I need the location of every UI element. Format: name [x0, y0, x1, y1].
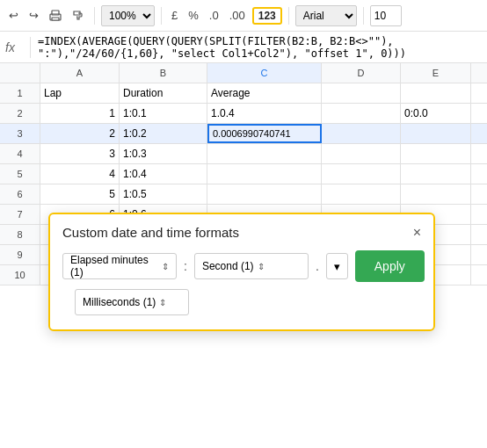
milliseconds-select[interactable]: Milliseconds (1) ⇕ — [75, 289, 189, 315]
currency-button[interactable]: £ — [168, 7, 181, 24]
decimal-down-button[interactable]: .0 — [206, 7, 222, 24]
cell-a3[interactable]: 2 — [40, 124, 120, 143]
cell-d4[interactable] — [322, 144, 401, 163]
elapsed-minutes-select[interactable]: Elapsed minutes (1) ⇕ — [62, 253, 177, 279]
font-select[interactable]: Arial — [295, 5, 357, 26]
table-row: 5 4 1:0.4 — [0, 164, 487, 184]
row-num: 6 — [0, 184, 40, 204]
zoom-select[interactable]: 100% — [101, 5, 155, 26]
row-num: 9 — [0, 245, 40, 264]
second-select[interactable]: Second (1) ⇕ — [194, 253, 309, 279]
format-dropdown-button[interactable]: ▾ — [326, 253, 348, 279]
dialog-title: Custom date and time formats — [62, 225, 239, 240]
print-button[interactable] — [46, 8, 65, 24]
elapsed-minutes-label: Elapsed minutes (1) — [70, 254, 158, 278]
undo-button[interactable]: ↩ — [5, 7, 22, 24]
fx-label: fx — [5, 40, 23, 54]
milliseconds-arrow: ⇕ — [159, 298, 166, 307]
elapsed-minutes-arrow: ⇕ — [162, 262, 169, 271]
cell-c6[interactable] — [207, 184, 322, 204]
cell-e5[interactable] — [401, 164, 471, 184]
row-num: 8 — [0, 225, 40, 244]
cell-a1[interactable]: Lap — [40, 83, 120, 103]
custom-date-time-dialog: Custom date and time formats × Elapsed m… — [48, 213, 435, 331]
cell-b6[interactable]: 1:0.5 — [120, 184, 207, 204]
col-header-e[interactable]: E — [401, 63, 471, 83]
cell-e6[interactable] — [401, 184, 471, 204]
spreadsheet: A B C D E 1 Lap Duration Average 2 1 1:0… — [0, 63, 487, 285]
col-header-a[interactable]: A — [40, 63, 120, 83]
apply-button[interactable]: Apply — [355, 250, 425, 282]
cell-a5[interactable]: 4 — [40, 164, 120, 184]
decimal-up-button[interactable]: .00 — [226, 7, 249, 24]
second-arrow: ⇕ — [258, 262, 265, 271]
font-size-input[interactable] — [370, 5, 402, 26]
cell-e2[interactable]: 0:0.0 — [401, 104, 471, 123]
cell-b3[interactable]: 1:0.2 — [120, 124, 207, 143]
cell-a2[interactable]: 1 — [40, 104, 120, 123]
dialog-header: Custom date and time formats × — [50, 214, 433, 247]
cell-b1[interactable]: Duration — [120, 83, 207, 103]
dialog-body: Elapsed minutes (1) ⇕ : Second (1) ⇕ . ▾… — [50, 247, 433, 315]
cell-a6[interactable]: 5 — [40, 184, 120, 204]
table-row: 3 2 1:0.2 0.0006990740741 — [0, 124, 487, 144]
row-num: 1 — [0, 83, 40, 103]
table-row: 1 Lap Duration Average — [0, 83, 487, 104]
cell-b2[interactable]: 1:0.1 — [120, 104, 207, 123]
divider4 — [363, 7, 364, 25]
row-num: 4 — [0, 144, 40, 163]
col-headers: A B C D E — [0, 63, 487, 83]
dialog-close-button[interactable]: × — [413, 226, 421, 240]
cell-e4[interactable] — [401, 144, 471, 163]
cell-d5[interactable] — [322, 164, 401, 184]
svg-rect-2 — [52, 18, 59, 20]
format-row-1: Elapsed minutes (1) ⇕ : Second (1) ⇕ . ▾… — [62, 250, 421, 282]
redo-button[interactable]: ↪ — [25, 7, 42, 24]
cell-e3[interactable] — [401, 124, 471, 143]
dropdown-arrow-icon: ▾ — [334, 260, 340, 273]
formula-bar: fx =INDEX(AVERAGE(QUERY(QUERY(SPLIT(FILT… — [0, 32, 487, 63]
corner-cell — [0, 63, 40, 83]
milliseconds-label: Milliseconds (1) — [83, 296, 156, 308]
cell-d1[interactable] — [322, 83, 401, 103]
table-row: 6 5 1:0.5 — [0, 184, 487, 205]
formula-divider — [30, 37, 31, 58]
col-header-d[interactable]: D — [322, 63, 401, 83]
cell-c5[interactable] — [207, 164, 322, 184]
divider3 — [288, 7, 289, 25]
cell-d6[interactable] — [322, 184, 401, 204]
percent-button[interactable]: % — [185, 7, 202, 24]
divider2 — [161, 7, 162, 25]
table-row: 4 3 1:0.3 — [0, 144, 487, 164]
divider1 — [94, 7, 95, 25]
cell-c1[interactable]: Average — [207, 83, 322, 103]
row-num: 2 — [0, 104, 40, 123]
cell-d3[interactable] — [322, 124, 401, 143]
second-label: Second (1) — [202, 260, 254, 272]
toolbar: ↩ ↪ 100% £ % .0 .00 123 Arial — [0, 0, 487, 32]
cell-a4[interactable]: 3 — [40, 144, 120, 163]
cell-c4[interactable] — [207, 144, 322, 163]
row-num: 5 — [0, 164, 40, 184]
row-num: 7 — [0, 205, 40, 224]
table-row: 2 1 1:0.1 1.0.4 0:0.0 — [0, 104, 487, 124]
cell-c2[interactable]: 1.0.4 — [207, 104, 322, 123]
format-row-2: Milliseconds (1) ⇕ — [62, 289, 421, 315]
cell-b4[interactable]: 1:0.3 — [120, 144, 207, 163]
col-header-c[interactable]: C — [207, 63, 322, 83]
formula-text: =INDEX(AVERAGE(QUERY(QUERY(SPLIT(FILTER(… — [38, 35, 482, 60]
format-number-button[interactable]: 123 — [252, 7, 282, 25]
row-num: 10 — [0, 265, 40, 285]
col-header-b[interactable]: B — [120, 63, 207, 83]
dot-separator2: . — [316, 259, 319, 273]
cell-e1[interactable] — [401, 83, 471, 103]
dot-separator: : — [184, 259, 187, 273]
row-num: 3 — [0, 124, 40, 143]
paint-format-button[interactable] — [69, 8, 88, 24]
cell-b5[interactable]: 1:0.4 — [120, 164, 207, 184]
cell-d2[interactable] — [322, 104, 401, 123]
cell-c3[interactable]: 0.0006990740741 — [207, 124, 322, 143]
